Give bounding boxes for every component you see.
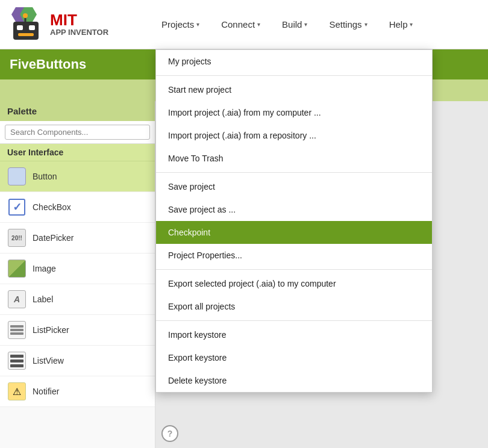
projects-dropdown: My projects Start new project Import pro… bbox=[155, 49, 433, 393]
svg-point-7 bbox=[23, 13, 28, 18]
dropdown-my-projects[interactable]: My projects bbox=[156, 50, 432, 73]
datepicker-icon: 20!! bbox=[7, 228, 27, 247]
component-image[interactable]: Image bbox=[0, 254, 155, 284]
nav-settings[interactable]: Settings ▾ bbox=[318, 0, 378, 49]
user-interface-section: User Interface bbox=[0, 144, 155, 161]
svg-rect-4 bbox=[29, 25, 35, 30]
component-checkbox-label: CheckBox bbox=[33, 202, 71, 212]
logo-text: MIT APP INVENTOR bbox=[50, 12, 108, 37]
nav-build-arrow: ▾ bbox=[304, 21, 307, 28]
dropdown-delete-keystore[interactable]: Delete keystore bbox=[156, 369, 432, 392]
nav-help[interactable]: Help ▾ bbox=[378, 0, 424, 49]
svg-rect-3 bbox=[17, 25, 23, 30]
component-listview[interactable]: ListView bbox=[0, 346, 155, 376]
component-button-label: Button bbox=[33, 172, 57, 181]
component-button[interactable]: Button bbox=[0, 161, 155, 192]
header: MIT APP INVENTOR Projects ▾ Connect ▾ Bu… bbox=[0, 0, 488, 49]
listview-icon bbox=[7, 351, 27, 370]
svg-rect-2 bbox=[13, 22, 39, 40]
divider-1 bbox=[156, 75, 432, 76]
dropdown-import-keystore[interactable]: Import keystore bbox=[156, 323, 432, 346]
nav-settings-arrow: ▾ bbox=[364, 21, 368, 28]
image-icon bbox=[7, 259, 27, 278]
nav-connect-arrow: ▾ bbox=[257, 21, 260, 28]
dropdown-import-repository[interactable]: Import project (.aia) from a repository … bbox=[156, 124, 432, 147]
nav-build[interactable]: Build ▾ bbox=[271, 0, 318, 49]
component-datepicker[interactable]: 20!! DatePicker bbox=[0, 223, 155, 254]
component-list: Button ✓ CheckBox 20!! DatePicker Image bbox=[0, 161, 155, 407]
project-title: FiveButtons bbox=[10, 57, 86, 72]
nav-help-label: Help bbox=[389, 19, 408, 30]
nav-settings-label: Settings bbox=[329, 19, 361, 30]
nav-menu: Projects ▾ Connect ▾ Build ▾ Settings ▾ … bbox=[151, 0, 482, 49]
nav-connect[interactable]: Connect ▾ bbox=[210, 0, 271, 49]
dropdown-export-selected[interactable]: Export selected project (.aia) to my com… bbox=[156, 272, 432, 295]
dropdown-project-properties[interactable]: Project Properties... bbox=[156, 244, 432, 267]
component-label[interactable]: A Label bbox=[0, 284, 155, 315]
dropdown-move-to-trash[interactable]: Move To Trash bbox=[156, 147, 432, 170]
search-box bbox=[0, 121, 155, 144]
logo-appinventor: APP INVENTOR bbox=[50, 28, 108, 37]
notifier-icon: ⚠ bbox=[7, 382, 27, 401]
dropdown-export-keystore[interactable]: Export keystore bbox=[156, 346, 432, 369]
nav-projects-arrow: ▾ bbox=[196, 21, 199, 28]
component-listpicker[interactable]: ListPicker bbox=[0, 315, 155, 346]
logo-area: MIT APP INVENTOR bbox=[6, 5, 151, 44]
palette-header: Palette bbox=[0, 101, 155, 121]
divider-2 bbox=[156, 172, 432, 173]
component-label-label: Label bbox=[33, 294, 53, 304]
button-icon bbox=[7, 167, 27, 186]
svg-rect-5 bbox=[18, 33, 34, 36]
sidebar: Palette User Interface Button ✓ CheckBox… bbox=[0, 101, 155, 448]
search-input[interactable] bbox=[5, 125, 150, 140]
component-listview-label: ListView bbox=[33, 356, 64, 366]
nav-build-label: Build bbox=[282, 19, 302, 30]
dropdown-export-all[interactable]: Export all projects bbox=[156, 295, 432, 318]
dropdown-checkpoint[interactable]: Checkpoint bbox=[156, 221, 432, 244]
dropdown-start-new-project[interactable]: Start new project bbox=[156, 78, 432, 101]
component-image-label: Image bbox=[33, 264, 56, 273]
nav-help-arrow: ▾ bbox=[410, 21, 413, 28]
help-button[interactable]: ? bbox=[161, 425, 178, 442]
divider-3 bbox=[156, 269, 432, 270]
component-listpicker-label: ListPicker bbox=[33, 325, 69, 335]
listpicker-icon bbox=[7, 320, 27, 340]
nav-connect-label: Connect bbox=[221, 19, 255, 30]
dropdown-save-project[interactable]: Save project bbox=[156, 175, 432, 198]
component-checkbox[interactable]: ✓ CheckBox bbox=[0, 192, 155, 223]
mit-logo-icon bbox=[6, 5, 45, 44]
component-notifier-label: Notifier bbox=[33, 387, 59, 396]
dropdown-import-computer[interactable]: Import project (.aia) from my computer .… bbox=[156, 101, 432, 124]
nav-projects-label: Projects bbox=[161, 19, 194, 30]
divider-4 bbox=[156, 320, 432, 321]
nav-projects[interactable]: Projects ▾ bbox=[151, 0, 210, 49]
dropdown-save-project-as[interactable]: Save project as ... bbox=[156, 198, 432, 221]
label-icon: A bbox=[7, 290, 27, 309]
logo-mit: MIT bbox=[50, 12, 108, 28]
component-datepicker-label: DatePicker bbox=[33, 233, 74, 243]
checkbox-icon: ✓ bbox=[7, 198, 27, 217]
component-notifier[interactable]: ⚠ Notifier bbox=[0, 376, 155, 407]
